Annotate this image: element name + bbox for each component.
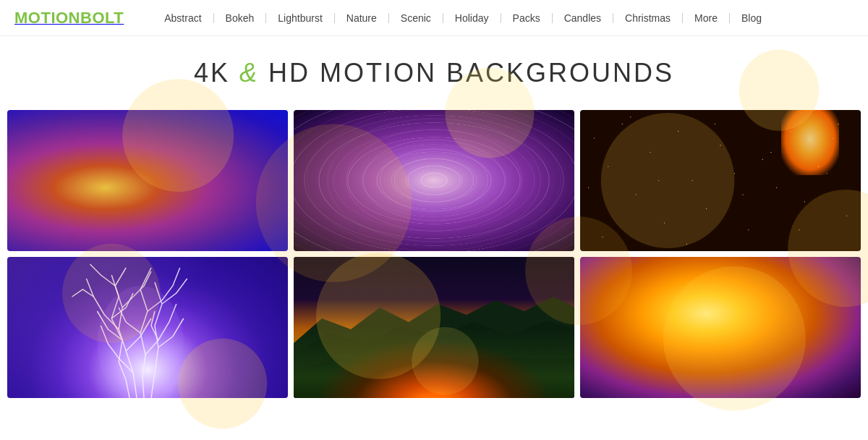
bokeh-overlay: [580, 257, 861, 398]
svg-point-26: [788, 257, 861, 307]
svg-point-22: [580, 257, 632, 325]
svg-point-23: [663, 266, 806, 398]
grid-item-6[interactable]: [580, 257, 861, 398]
video-grid: [0, 103, 868, 412]
